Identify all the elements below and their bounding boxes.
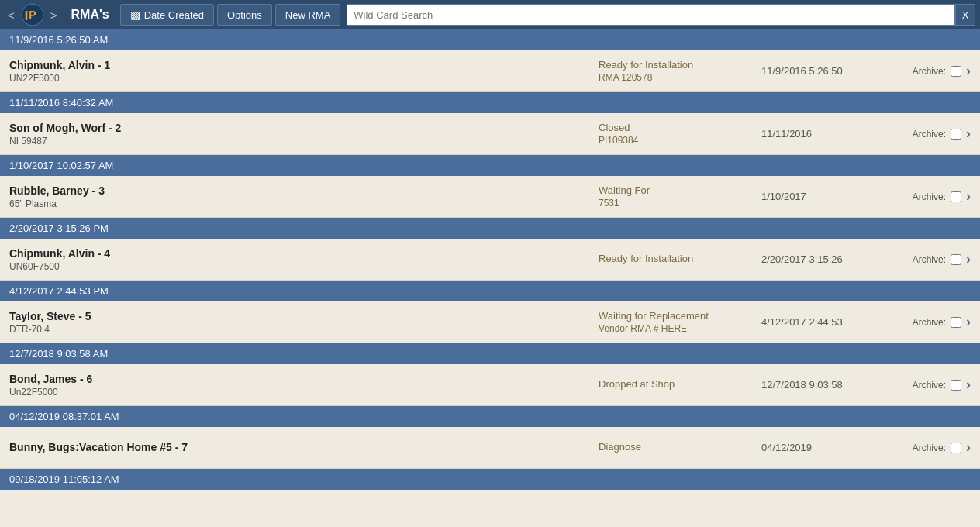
date-header-6: 12/7/2018 9:03:58 AM	[0, 343, 980, 364]
nav-arrow-6[interactable]: ›	[966, 377, 971, 393]
record-status-6: Dropped at Shop	[591, 378, 761, 391]
record-main-1: Chipmunk, Alvin - 1 UN22F5000	[9, 59, 591, 84]
new-rma-label: New RMA	[285, 9, 331, 21]
nav-arrow-2[interactable]: ›	[966, 126, 971, 142]
record-main-7: Bunny, Bugs:Vacation Home #5 - 7	[9, 441, 591, 455]
record-date-5: 4/12/2017 2:44:53	[761, 316, 885, 328]
options-button[interactable]: Options	[217, 4, 272, 26]
logo-icon: P	[21, 3, 44, 26]
page-title: RMA's	[71, 8, 109, 22]
record-name-7: Bunny, Bugs:Vacation Home #5 - 7	[9, 441, 591, 453]
record-actions-3: Archive: ›	[885, 188, 971, 205]
nav-arrow-1[interactable]: ›	[966, 63, 971, 79]
record-name-3: Rubble, Barney - 3	[9, 184, 591, 197]
record-name-5: Taylor, Steve - 5	[9, 310, 591, 322]
date-header-5: 4/12/2017 2:44:53 PM	[0, 281, 980, 301]
back-button[interactable]: <	[5, 7, 18, 23]
chart-icon: ▩	[130, 9, 140, 21]
status-line1-4: Ready for Installation	[599, 253, 754, 264]
date-created-label: Date Created	[144, 9, 204, 21]
status-line2-5: Vendor RMA # HERE	[599, 323, 754, 334]
options-label: Options	[227, 9, 262, 21]
record-status-2: Closed PI109384	[591, 122, 761, 146]
status-line1-6: Dropped at Shop	[599, 378, 754, 390]
date-header-7: 04/12/2019 08:37:01 AM	[0, 406, 980, 427]
record-actions-2: Archive: ›	[885, 126, 971, 142]
search-container: X	[347, 4, 975, 26]
record-actions-1: Archive: ›	[885, 63, 971, 79]
forward-button[interactable]: >	[47, 7, 60, 23]
record-date-3: 1/10/2017	[761, 191, 885, 202]
table-row[interactable]: Chipmunk, Alvin - 1 UN22F5000 Ready for …	[0, 50, 980, 92]
record-sub-1: UN22F5000	[9, 73, 591, 84]
record-sub-3: 65" Plasma	[9, 198, 591, 209]
archive-checkbox-7[interactable]	[951, 443, 961, 453]
search-input[interactable]	[347, 4, 955, 26]
archive-label-3: Archive:	[913, 191, 946, 202]
record-sub-4: UN60F7500	[9, 261, 591, 272]
nav-arrow-7[interactable]: ›	[966, 439, 971, 456]
status-line1-3: Waiting For	[599, 184, 754, 196]
record-name-2: Son of Mogh, Worf - 2	[9, 122, 591, 134]
status-line1-1: Ready for Installation	[599, 59, 754, 71]
record-date-1: 11/9/2016 5:26:50	[761, 65, 885, 77]
search-clear-button[interactable]: X	[955, 4, 975, 26]
status-line2-1: RMA 120578	[599, 72, 754, 83]
date-header-3: 1/10/2017 10:02:57 AM	[0, 155, 980, 176]
status-line2-2: PI109384	[599, 135, 754, 146]
record-main-4: Chipmunk, Alvin - 4 UN60F7500	[9, 247, 591, 272]
record-status-4: Ready for Installation	[591, 253, 761, 266]
archive-label-4: Archive:	[913, 254, 946, 265]
record-date-4: 2/20/2017 3:15:26	[761, 253, 885, 265]
record-date-2: 11/11/2016	[761, 128, 885, 140]
record-main-3: Rubble, Barney - 3 65" Plasma	[9, 184, 591, 209]
record-sub-6: Un22F5000	[9, 387, 591, 398]
table-row[interactable]: Bunny, Bugs:Vacation Home #5 - 7 Diagnos…	[0, 427, 980, 469]
svg-text:P: P	[29, 9, 36, 21]
status-line1-2: Closed	[599, 122, 754, 133]
new-rma-button[interactable]: New RMA	[275, 4, 341, 26]
record-actions-7: Archive: ›	[885, 439, 971, 456]
date-header-2: 11/11/2016 8:40:32 AM	[0, 92, 980, 113]
record-status-7: Diagnose	[591, 441, 761, 454]
record-main-2: Son of Mogh, Worf - 2 NI 59487	[9, 122, 591, 146]
record-status-5: Waiting for Replacement Vendor RMA # HER…	[591, 310, 761, 334]
archive-checkbox-4[interactable]	[951, 254, 961, 265]
table-row[interactable]: Son of Mogh, Worf - 2 NI 59487 Closed PI…	[0, 113, 980, 155]
record-status-1: Ready for Installation RMA 120578	[591, 59, 761, 83]
archive-label-6: Archive:	[913, 380, 946, 391]
record-actions-5: Archive: ›	[885, 314, 971, 330]
record-sub-5: DTR-70.4	[9, 324, 591, 335]
nav-arrow-5[interactable]: ›	[966, 314, 971, 330]
status-line1-7: Diagnose	[599, 441, 754, 453]
nav-arrow-3[interactable]: ›	[966, 188, 971, 205]
archive-checkbox-2[interactable]	[951, 129, 961, 140]
record-sub-2: NI 59487	[9, 136, 591, 146]
archive-label-5: Archive:	[913, 317, 946, 328]
record-name-1: Chipmunk, Alvin - 1	[9, 59, 591, 71]
record-main-5: Taylor, Steve - 5 DTR-70.4	[9, 310, 591, 335]
content-area: 11/9/2016 5:26:50 AM Chipmunk, Alvin - 1…	[0, 29, 980, 496]
table-row[interactable]: Chipmunk, Alvin - 4 UN60F7500 Ready for …	[0, 239, 980, 281]
record-name-4: Chipmunk, Alvin - 4	[9, 247, 591, 260]
table-row[interactable]: Taylor, Steve - 5 DTR-70.4 Waiting for R…	[0, 301, 980, 343]
archive-checkbox-1[interactable]	[951, 66, 961, 77]
table-row[interactable]: Rubble, Barney - 3 65" Plasma Waiting Fo…	[0, 176, 980, 218]
table-row[interactable]: Bond, James - 6 Un22F5000 Dropped at Sho…	[0, 364, 980, 406]
date-header-1: 11/9/2016 5:26:50 AM	[0, 29, 980, 50]
nav-arrow-4[interactable]: ›	[966, 251, 971, 267]
archive-checkbox-3[interactable]	[951, 191, 961, 202]
record-date-7: 04/12/2019	[761, 442, 885, 453]
archive-checkbox-6[interactable]	[951, 380, 961, 391]
record-actions-4: Archive: ›	[885, 251, 971, 267]
toolbar: < P > RMA's ▩ Date Created Options New R…	[0, 0, 980, 29]
record-status-3: Waiting For 7531	[591, 184, 761, 208]
archive-checkbox-5[interactable]	[951, 317, 961, 328]
archive-label-1: Archive:	[913, 66, 946, 77]
date-header-8: 09/18/2019 11:05:12 AM	[0, 469, 980, 490]
date-header-4: 2/20/2017 3:15:26 PM	[0, 218, 980, 239]
date-created-button[interactable]: ▩ Date Created	[120, 4, 214, 26]
record-name-6: Bond, James - 6	[9, 373, 591, 385]
spacer	[0, 490, 980, 496]
status-line1-5: Waiting for Replacement	[599, 310, 754, 322]
